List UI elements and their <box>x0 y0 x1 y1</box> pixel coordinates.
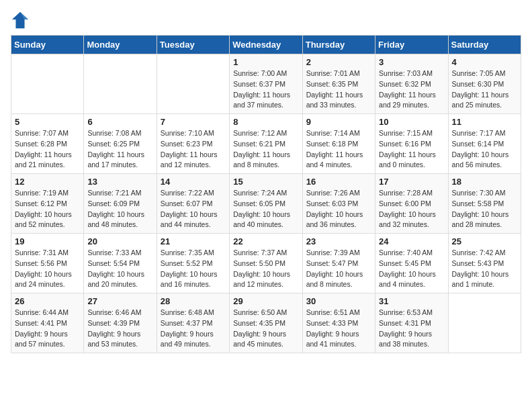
day-info: Sunrise: 7:08 AMSunset: 6:25 PMDaylight:… <box>87 128 152 171</box>
day-info: Sunrise: 7:35 AMSunset: 5:52 PMDaylight:… <box>161 248 226 290</box>
day-number: 8 <box>233 117 298 127</box>
day-number: 27 <box>87 296 152 306</box>
day-info: Sunrise: 6:53 AMSunset: 4:31 PMDaylight:… <box>379 308 444 350</box>
day-info: Sunrise: 6:51 AMSunset: 4:33 PMDaylight:… <box>306 308 371 350</box>
calendar-cell: 3Sunrise: 7:03 AMSunset: 6:32 PMDaylight… <box>375 54 448 114</box>
day-info: Sunrise: 7:40 AMSunset: 5:45 PMDaylight:… <box>379 248 444 290</box>
day-info: Sunrise: 7:00 AMSunset: 6:37 PMDaylight:… <box>233 68 298 111</box>
day-number: 10 <box>379 117 444 127</box>
calendar-cell: 21Sunrise: 7:35 AMSunset: 5:52 PMDayligh… <box>157 234 229 293</box>
calendar-table: SundayMondayTuesdayWednesdayThursdayFrid… <box>11 35 521 353</box>
calendar-cell: 12Sunrise: 7:19 AMSunset: 6:12 PMDayligh… <box>11 174 84 234</box>
day-number: 7 <box>161 117 226 127</box>
day-number: 13 <box>87 177 152 187</box>
day-number: 17 <box>379 177 444 187</box>
day-info: Sunrise: 7:19 AMSunset: 6:12 PMDaylight:… <box>15 188 80 230</box>
calendar-cell: 23Sunrise: 7:39 AMSunset: 5:47 PMDayligh… <box>302 234 375 293</box>
day-number: 29 <box>233 296 298 306</box>
day-number: 3 <box>379 57 444 67</box>
day-number: 12 <box>15 177 80 187</box>
calendar-cell <box>157 54 229 114</box>
calendar-cell: 2Sunrise: 7:01 AMSunset: 6:35 PMDaylight… <box>302 54 375 114</box>
day-info: Sunrise: 7:37 AMSunset: 5:50 PMDaylight:… <box>233 248 298 290</box>
day-info: Sunrise: 6:48 AMSunset: 4:37 PMDaylight:… <box>161 308 226 350</box>
day-number: 19 <box>15 236 80 246</box>
day-info: Sunrise: 7:39 AMSunset: 5:47 PMDaylight:… <box>306 248 371 290</box>
day-number: 24 <box>379 236 444 246</box>
logo <box>11 11 32 30</box>
day-header-friday: Friday <box>375 36 448 54</box>
calendar-cell: 28Sunrise: 6:48 AMSunset: 4:37 PMDayligh… <box>157 293 229 353</box>
day-info: Sunrise: 7:31 AMSunset: 5:56 PMDaylight:… <box>15 248 80 290</box>
day-number: 9 <box>306 117 371 127</box>
calendar-cell: 13Sunrise: 7:21 AMSunset: 6:09 PMDayligh… <box>84 174 157 234</box>
calendar-cell: 11Sunrise: 7:17 AMSunset: 6:14 PMDayligh… <box>448 114 521 174</box>
day-number: 23 <box>306 236 371 246</box>
calendar-cell: 26Sunrise: 6:44 AMSunset: 4:41 PMDayligh… <box>11 293 84 353</box>
day-number: 20 <box>87 236 152 246</box>
day-header-tuesday: Tuesday <box>157 36 229 54</box>
day-number: 6 <box>87 117 152 127</box>
day-number: 11 <box>452 117 517 127</box>
day-number: 21 <box>161 236 226 246</box>
day-number: 26 <box>15 296 80 306</box>
day-info: Sunrise: 7:22 AMSunset: 6:07 PMDaylight:… <box>161 188 226 230</box>
calendar-cell <box>84 54 157 114</box>
day-info: Sunrise: 6:46 AMSunset: 4:39 PMDaylight:… <box>87 308 152 350</box>
calendar-cell: 30Sunrise: 6:51 AMSunset: 4:33 PMDayligh… <box>302 293 375 353</box>
calendar-cell: 31Sunrise: 6:53 AMSunset: 4:31 PMDayligh… <box>375 293 448 353</box>
calendar-cell: 5Sunrise: 7:07 AMSunset: 6:28 PMDaylight… <box>11 114 84 174</box>
day-info: Sunrise: 7:26 AMSunset: 6:03 PMDaylight:… <box>306 188 371 230</box>
day-number: 25 <box>452 236 517 246</box>
calendar-cell: 16Sunrise: 7:26 AMSunset: 6:03 PMDayligh… <box>302 174 375 234</box>
day-info: Sunrise: 7:28 AMSunset: 6:00 PMDaylight:… <box>379 188 444 230</box>
calendar-cell: 18Sunrise: 7:30 AMSunset: 5:58 PMDayligh… <box>448 174 521 234</box>
day-number: 30 <box>306 296 371 306</box>
calendar-cell: 1Sunrise: 7:00 AMSunset: 6:37 PMDaylight… <box>230 54 302 114</box>
calendar-cell: 20Sunrise: 7:33 AMSunset: 5:54 PMDayligh… <box>84 234 157 293</box>
calendar-cell: 25Sunrise: 7:42 AMSunset: 5:43 PMDayligh… <box>448 234 521 293</box>
day-info: Sunrise: 7:03 AMSunset: 6:32 PMDaylight:… <box>379 68 444 111</box>
calendar-cell: 24Sunrise: 7:40 AMSunset: 5:45 PMDayligh… <box>375 234 448 293</box>
day-info: Sunrise: 7:15 AMSunset: 6:16 PMDaylight:… <box>379 128 444 171</box>
day-number: 16 <box>306 177 371 187</box>
day-header-wednesday: Wednesday <box>230 36 302 54</box>
day-number: 2 <box>306 57 371 67</box>
day-info: Sunrise: 7:30 AMSunset: 5:58 PMDaylight:… <box>452 188 517 230</box>
day-header-saturday: Saturday <box>448 36 521 54</box>
day-info: Sunrise: 7:17 AMSunset: 6:14 PMDaylight:… <box>452 128 517 171</box>
calendar-cell: 22Sunrise: 7:37 AMSunset: 5:50 PMDayligh… <box>230 234 302 293</box>
day-info: Sunrise: 7:33 AMSunset: 5:54 PMDaylight:… <box>87 248 152 290</box>
day-number: 15 <box>233 177 298 187</box>
day-info: Sunrise: 7:05 AMSunset: 6:30 PMDaylight:… <box>452 68 517 111</box>
day-number: 28 <box>161 296 226 306</box>
day-info: Sunrise: 7:01 AMSunset: 6:35 PMDaylight:… <box>306 68 371 111</box>
calendar-cell: 27Sunrise: 6:46 AMSunset: 4:39 PMDayligh… <box>84 293 157 353</box>
calendar-cell <box>448 293 521 353</box>
day-header-sunday: Sunday <box>11 36 84 54</box>
day-number: 31 <box>379 296 444 306</box>
day-info: Sunrise: 7:07 AMSunset: 6:28 PMDaylight:… <box>15 128 80 171</box>
calendar-cell <box>11 54 84 114</box>
calendar-cell: 9Sunrise: 7:14 AMSunset: 6:18 PMDaylight… <box>302 114 375 174</box>
calendar-cell: 7Sunrise: 7:10 AMSunset: 6:23 PMDaylight… <box>157 114 229 174</box>
day-number: 22 <box>233 236 298 246</box>
day-info: Sunrise: 7:14 AMSunset: 6:18 PMDaylight:… <box>306 128 371 171</box>
calendar-cell: 14Sunrise: 7:22 AMSunset: 6:07 PMDayligh… <box>157 174 229 234</box>
day-number: 1 <box>233 57 298 67</box>
calendar-cell: 10Sunrise: 7:15 AMSunset: 6:16 PMDayligh… <box>375 114 448 174</box>
day-info: Sunrise: 7:12 AMSunset: 6:21 PMDaylight:… <box>233 128 298 171</box>
day-number: 18 <box>452 177 517 187</box>
day-number: 4 <box>452 57 517 67</box>
calendar-cell: 4Sunrise: 7:05 AMSunset: 6:30 PMDaylight… <box>448 54 521 114</box>
day-info: Sunrise: 7:21 AMSunset: 6:09 PMDaylight:… <box>87 188 152 230</box>
logo-icon <box>11 11 30 30</box>
day-header-monday: Monday <box>84 36 157 54</box>
day-number: 5 <box>15 117 80 127</box>
calendar-cell: 29Sunrise: 6:50 AMSunset: 4:35 PMDayligh… <box>230 293 302 353</box>
calendar-cell: 17Sunrise: 7:28 AMSunset: 6:00 PMDayligh… <box>375 174 448 234</box>
day-number: 14 <box>161 177 226 187</box>
day-info: Sunrise: 7:24 AMSunset: 6:05 PMDaylight:… <box>233 188 298 230</box>
day-header-thursday: Thursday <box>302 36 375 54</box>
day-info: Sunrise: 7:10 AMSunset: 6:23 PMDaylight:… <box>161 128 226 171</box>
